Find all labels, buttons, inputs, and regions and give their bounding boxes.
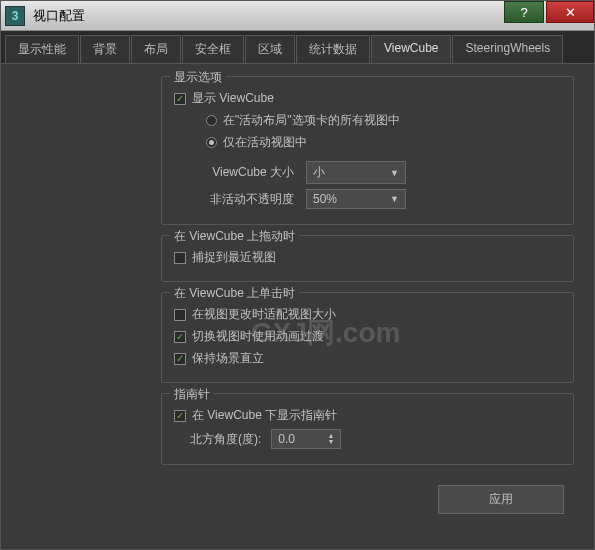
tab-background[interactable]: 背景 — [80, 35, 130, 63]
group-title-drag: 在 ViewCube 上拖动时 — [170, 228, 299, 245]
apply-button[interactable]: 应用 — [438, 485, 564, 514]
radio-all-views[interactable] — [206, 115, 217, 126]
titlebar: 3 视口配置 ? ✕ — [1, 1, 594, 31]
help-button[interactable]: ? — [504, 1, 544, 23]
tab-display-performance[interactable]: 显示性能 — [5, 35, 79, 63]
label-active-only: 仅在活动视图中 — [223, 134, 307, 151]
group-title-compass: 指南针 — [170, 386, 214, 403]
label-fit-view: 在视图更改时适配视图大小 — [192, 306, 336, 323]
label-keep-upright: 保持场景直立 — [192, 350, 264, 367]
tab-steeringwheels[interactable]: SteeringWheels — [452, 35, 563, 63]
tab-viewcube[interactable]: ViewCube — [371, 35, 451, 63]
group-title-display: 显示选项 — [170, 69, 226, 86]
spinner-north-angle[interactable]: 0.0 ▲▼ — [271, 429, 341, 449]
label-animate: 切换视图时使用动画过渡 — [192, 328, 324, 345]
label-show-compass: 在 ViewCube 下显示指南针 — [192, 407, 337, 424]
tab-safe-frame[interactable]: 安全框 — [182, 35, 244, 63]
checkbox-show-compass[interactable] — [174, 410, 186, 422]
tab-bar: 显示性能 背景 布局 安全框 区域 统计数据 ViewCube Steering… — [1, 31, 594, 64]
chevron-down-icon: ▼ — [390, 168, 399, 178]
spinner-north-value: 0.0 — [278, 432, 295, 446]
radio-active-only[interactable] — [206, 137, 217, 148]
group-display-options: 显示选项 显示 ViewCube 在"活动布局"选项卡的所有视图中 仅在活动视图… — [161, 76, 574, 225]
tab-layout[interactable]: 布局 — [131, 35, 181, 63]
group-compass: 指南针 在 ViewCube 下显示指南针 北方角度(度): 0.0 ▲▼ — [161, 393, 574, 465]
label-show-viewcube: 显示 ViewCube — [192, 90, 274, 107]
window-root: 3 视口配置 ? ✕ 显示性能 背景 布局 安全框 区域 统计数据 ViewCu… — [0, 0, 595, 550]
footer: 应用 — [438, 485, 564, 514]
label-snap-nearest: 捕捉到最近视图 — [192, 249, 276, 266]
dropdown-viewcube-size[interactable]: 小 ▼ — [306, 161, 406, 184]
label-inactive-opacity: 非活动不透明度 — [174, 191, 294, 208]
tab-statistics[interactable]: 统计数据 — [296, 35, 370, 63]
checkbox-fit-view[interactable] — [174, 309, 186, 321]
content-pane: 显示选项 显示 ViewCube 在"活动布局"选项卡的所有视图中 仅在活动视图… — [1, 64, 594, 524]
group-title-click: 在 ViewCube 上单击时 — [170, 285, 299, 302]
dropdown-inactive-opacity[interactable]: 50% ▼ — [306, 189, 406, 209]
checkbox-show-viewcube[interactable] — [174, 93, 186, 105]
checkbox-snap-nearest[interactable] — [174, 252, 186, 264]
tab-region[interactable]: 区域 — [245, 35, 295, 63]
close-button[interactable]: ✕ — [546, 1, 594, 23]
checkbox-animate[interactable] — [174, 331, 186, 343]
spinner-arrows-icon: ▲▼ — [327, 433, 334, 444]
label-viewcube-size: ViewCube 大小 — [174, 164, 294, 181]
dropdown-size-value: 小 — [313, 164, 325, 181]
chevron-down-icon: ▼ — [390, 194, 399, 204]
app-icon: 3 — [5, 6, 25, 26]
label-north-angle: 北方角度(度): — [190, 431, 261, 448]
checkbox-keep-upright[interactable] — [174, 353, 186, 365]
group-drag: 在 ViewCube 上拖动时 捕捉到最近视图 — [161, 235, 574, 282]
window-title: 视口配置 — [33, 7, 504, 25]
group-click: 在 ViewCube 上单击时 在视图更改时适配视图大小 切换视图时使用动画过渡… — [161, 292, 574, 383]
dropdown-opacity-value: 50% — [313, 192, 337, 206]
label-all-views: 在"活动布局"选项卡的所有视图中 — [223, 112, 400, 129]
